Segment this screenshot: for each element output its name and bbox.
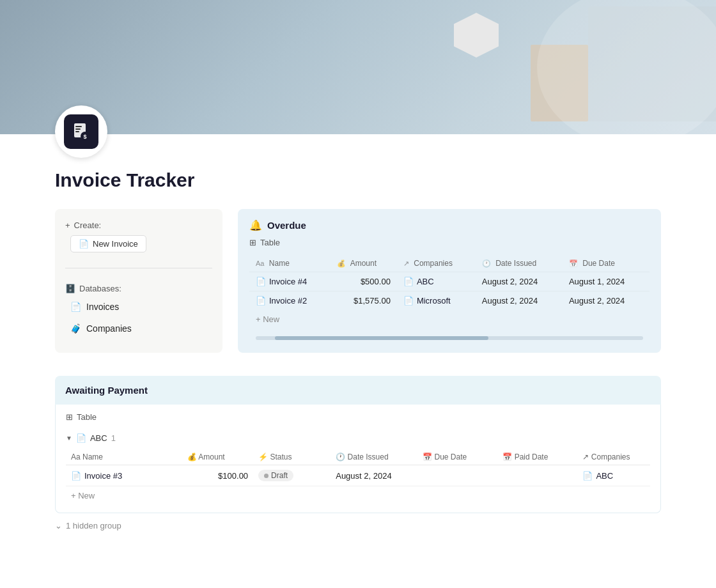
scrollbar-container: [249, 334, 650, 343]
invoice-link[interactable]: 📄 Invoice #4: [256, 277, 324, 286]
awaiting-table-header-row: Aa Name 💰 Amount ⚡ Status 🕐: [66, 449, 650, 465]
company-cell: 📄 ABC: [397, 272, 476, 291]
create-section: + Create: 📄 New Invoice: [65, 220, 212, 252]
svg-rect-3: [75, 131, 79, 132]
deco-laptop: [588, 6, 716, 121]
col-due-date-header: 📅 Due Date: [563, 255, 650, 272]
hidden-group-footer[interactable]: ⌄ 1 hidden group: [55, 513, 661, 530]
overdue-title: Overdue: [267, 220, 306, 231]
awaiting-amount-cell: $100.00: [182, 465, 253, 486]
awaiting-date-issued-cell: August 2, 2024: [331, 465, 417, 486]
aa-icon: Aa: [256, 259, 264, 267]
awaiting-col-paid-date-header: 📅 Paid Date: [497, 449, 577, 465]
status-icon: ⚡: [258, 453, 270, 461]
amount-icon: 💰: [337, 259, 346, 267]
create-label: Create:: [74, 220, 102, 230]
clock-icon-2: 🕐: [336, 453, 347, 461]
top-row: + Create: 📄 New Invoice 🗄️ Databases: 📄 …: [55, 209, 661, 353]
table-row[interactable]: 📄 Invoice #2 $1,575.00 📄 Microsoft Augus…: [249, 291, 650, 311]
awaiting-name-cell: 📄 Invoice #3: [66, 465, 182, 486]
scrollbar-thumb[interactable]: [275, 336, 488, 340]
amount-icon-2: 💰: [187, 453, 199, 461]
overdue-table: Aa Name 💰 Amount ↗ Companies 🕐: [249, 255, 650, 310]
deco-cactus: [454, 13, 499, 58]
table-row[interactable]: 📄 Invoice #4 $500.00 📄 ABC August 2, 202…: [249, 272, 650, 291]
main-content: + Create: 📄 New Invoice 🗄️ Databases: 📄 …: [0, 209, 716, 556]
awaiting-invoice-link[interactable]: 📄 Invoice #3: [71, 471, 177, 481]
calendar-icon-2: 📅: [423, 453, 434, 461]
awaiting-table: Aa Name 💰 Amount ⚡ Status 🕐: [66, 449, 650, 486]
awaiting-col-name-header: Aa Name: [66, 449, 182, 465]
sidebar-item-companies[interactable]: 🧳 Companies: [65, 320, 212, 337]
awaiting-section: Awaiting Payment ⊞ Table ▼ 📄 ABC 1 Aa: [55, 376, 661, 530]
awaiting-subtitle: Table: [77, 412, 97, 422]
link-icon-2: ↗: [582, 453, 591, 461]
overdue-subtitle-label: Table: [260, 238, 280, 247]
databases-label: Databases:: [79, 284, 121, 293]
new-invoice-label: New Invoice: [93, 239, 138, 249]
awaiting-col-amount-header: 💰 Amount: [182, 449, 253, 465]
companies-label: Companies: [86, 323, 132, 334]
awaiting-title: Awaiting Payment: [65, 385, 148, 396]
awaiting-add-new[interactable]: + New: [66, 486, 650, 505]
group-row: ▼ 📄 ABC 1: [66, 429, 650, 447]
company-link[interactable]: 📄 Microsoft: [403, 296, 469, 306]
awaiting-col-date-issued-header: 🕐 Date Issued: [331, 449, 417, 465]
awaiting-doc-icon: 📄: [71, 471, 81, 481]
overdue-subtitle: ⊞ Table: [249, 238, 650, 247]
invoices-label: Invoices: [86, 302, 119, 312]
deco-book: [531, 45, 588, 121]
svg-text:$: $: [83, 134, 86, 140]
clock-icon: 🕐: [482, 259, 491, 267]
companies-icon: 🧳: [70, 323, 81, 334]
awaiting-company-link[interactable]: 📄 ABC: [582, 471, 645, 481]
databases-header: 🗄️ Databases:: [65, 284, 212, 293]
awaiting-table-label: ⊞ Table: [66, 412, 650, 422]
overdue-add-new[interactable]: + New: [249, 310, 650, 329]
col-amount-header: 💰 Amount: [331, 255, 397, 272]
header-banner: [0, 0, 716, 134]
new-invoice-button[interactable]: 📄 New Invoice: [70, 235, 146, 252]
svg-rect-1: [75, 126, 82, 127]
awaiting-due-date-cell: [417, 465, 497, 486]
table-icon: ⊞: [249, 238, 256, 247]
date-issued-cell: August 2, 2024: [476, 291, 563, 311]
calendar-icon-3: 📅: [502, 453, 514, 461]
scrollbar-track: [256, 336, 643, 340]
bell-icon: 🔔: [249, 219, 262, 231]
app-icon: $: [55, 105, 107, 158]
awaiting-col-status-header: ⚡ Status: [253, 449, 331, 465]
company-doc-icon: 📄: [403, 277, 414, 286]
group-company-icon: 📄: [76, 433, 86, 443]
sidebar-divider: [65, 268, 212, 268]
col-name-header: Aa Name: [249, 255, 331, 272]
group-toggle[interactable]: ▼: [66, 435, 72, 442]
invoice-link[interactable]: 📄 Invoice #2: [256, 296, 324, 306]
app-icon-inner: $: [64, 114, 98, 149]
date-issued-cell: August 2, 2024: [476, 272, 563, 291]
awaiting-col-due-date-header: 📅 Due Date: [417, 449, 497, 465]
status-dot: [264, 474, 268, 478]
database-icon: 🗄️: [65, 284, 75, 293]
link-icon: ↗: [403, 259, 409, 267]
invoice-doc-icon: 📄: [256, 296, 266, 306]
group-count: 1: [111, 433, 116, 443]
due-date-cell: August 2, 2024: [563, 291, 650, 311]
invoice-doc-icon: 📄: [256, 277, 266, 286]
sidebar-item-invoices[interactable]: 📄 Invoices: [65, 298, 212, 315]
awaiting-col-companies-header: ↗ Companies: [577, 449, 650, 465]
svg-rect-2: [75, 128, 81, 130]
document-icon: 📄: [79, 239, 89, 249]
awaiting-table-row[interactable]: 📄 Invoice #3 $100.00 Draft August 2, 202…: [66, 465, 650, 486]
table-icon-2: ⊞: [66, 412, 73, 422]
amount-cell: $500.00: [331, 272, 397, 291]
awaiting-header: Awaiting Payment: [55, 376, 661, 405]
company-link[interactable]: 📄 ABC: [403, 277, 469, 286]
company-cell: 📄 Microsoft: [397, 291, 476, 311]
due-date-cell: August 1, 2024: [563, 272, 650, 291]
sidebar-panel: + Create: 📄 New Invoice 🗄️ Databases: 📄 …: [55, 209, 222, 353]
create-header: + Create:: [65, 220, 212, 230]
hidden-group-label: 1 hidden group: [66, 521, 121, 530]
awaiting-body: ⊞ Table ▼ 📄 ABC 1 Aa Name: [55, 405, 661, 513]
group-company-name: ABC: [90, 433, 107, 443]
